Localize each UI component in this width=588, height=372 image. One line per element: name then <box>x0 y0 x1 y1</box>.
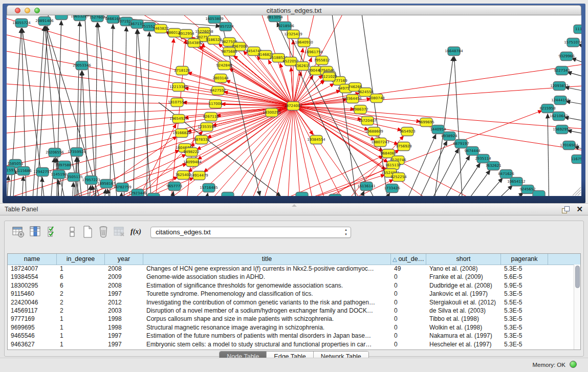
graph-node[interactable]: 1115686 <box>15 167 32 176</box>
cell[interactable]: 1997 <box>105 332 143 340</box>
graph-node[interactable]: 12093832 <box>550 82 569 91</box>
select-columns-icon[interactable] <box>47 225 60 238</box>
graph-node[interactable]: 9756928 <box>396 142 411 151</box>
cell[interactable]: Structural magnetic resonance image aver… <box>143 323 391 332</box>
graph-node[interactable]: 19384554 <box>307 136 325 144</box>
cell[interactable]: Estimation of significance thresholds fo… <box>143 281 391 290</box>
cell[interactable]: 1 <box>57 332 105 340</box>
column-header-pagerank[interactable]: pagerank <box>501 254 548 265</box>
graph-node[interactable]: 12325419 <box>284 30 302 39</box>
cell[interactable]: Yano et al. (2008) <box>426 265 501 273</box>
cell[interactable]: 6 <box>57 281 105 290</box>
cell[interactable]: 9699695 <box>8 323 57 332</box>
float-window-icon[interactable] <box>562 206 569 213</box>
cell[interactable]: 5.3E-5 <box>501 265 548 273</box>
memory-indicator-icon[interactable] <box>570 361 577 368</box>
cell[interactable]: 5.9E-5 <box>501 281 548 290</box>
cell[interactable]: 1 <box>57 265 105 273</box>
cell[interactable]: 18724007 <box>8 265 57 273</box>
column-header-short[interactable]: short <box>426 254 501 265</box>
cell[interactable]: 1 <box>57 323 105 332</box>
graph-node[interactable] <box>147 193 160 196</box>
cell[interactable]: 5.3E-5 <box>501 323 548 332</box>
table-row[interactable]: 946362711997Embryonic stem cells: a mode… <box>8 340 574 348</box>
graph-node[interactable]: 391591 <box>7 166 15 175</box>
column-header-title[interactable]: title <box>143 254 391 265</box>
cell[interactable]: 9777169 <box>8 315 57 323</box>
graph-node[interactable]: 5878334 <box>193 136 210 144</box>
graph-node[interactable]: 8427552 <box>210 86 226 95</box>
cell[interactable]: 18300295 <box>8 281 57 290</box>
graph-node[interactable]: 12923446 <box>128 189 147 196</box>
cell[interactable]: Jankovic et al. (1997) <box>426 290 501 298</box>
cell[interactable]: 2008 <box>105 265 143 273</box>
cell[interactable]: 5.3E-5 <box>501 307 548 315</box>
graph-node[interactable]: 12353594 <box>198 123 216 132</box>
delete-column-icon[interactable] <box>97 225 110 238</box>
cell[interactable]: 2 <box>57 298 105 307</box>
graph-node[interactable]: 2718126 <box>174 67 190 75</box>
cell[interactable]: 9115460 <box>8 290 57 298</box>
table-row[interactable]: 977716911998Corpus callosum shape and si… <box>8 315 574 323</box>
graph-node[interactable]: 14914479 <box>190 171 208 180</box>
cell[interactable]: 2 <box>57 290 105 298</box>
graph-node[interactable] <box>329 194 341 196</box>
graph-node[interactable]: 9242848 <box>216 61 232 70</box>
graph-node[interactable]: 9657771 <box>166 182 182 191</box>
graph-node[interactable]: 8813054 <box>267 15 283 22</box>
graph-node[interactable]: 6879197 <box>453 140 469 148</box>
graph-node[interactable]: 19654925 <box>169 115 188 123</box>
graph-node[interactable]: 2803144 <box>212 74 229 83</box>
cell[interactable]: Stergiakouli et al. (2012) <box>426 298 501 307</box>
cell[interactable]: 5.3E-5 <box>501 332 548 340</box>
table-row[interactable]: 1938455462009Genome-wide association stu… <box>8 273 574 281</box>
graph-node[interactable]: 9654923 <box>399 127 415 136</box>
cell[interactable]: Genome-wide association studies in ADHD. <box>143 273 391 281</box>
cell[interactable]: Nakamura et al. (1997) <box>426 332 501 340</box>
cell[interactable]: 19384554 <box>8 273 57 281</box>
cell[interactable]: 9465546 <box>8 332 57 340</box>
graph-node[interactable]: 19166829 <box>172 129 191 138</box>
cell[interactable]: Franke et al. (2009) <box>426 273 501 281</box>
graph-node[interactable] <box>296 192 308 196</box>
cell[interactable]: 9463627 <box>8 340 57 348</box>
cell[interactable]: 1 <box>57 315 105 323</box>
table-settings-icon[interactable] <box>12 225 25 238</box>
cell[interactable]: Dudbridge et al. (2008) <box>426 281 501 290</box>
cell[interactable]: Tourette syndrome. Phenomenology and cla… <box>143 290 391 298</box>
cell[interactable]: 0 <box>391 273 426 281</box>
delete-table-icon[interactable] <box>113 225 126 238</box>
table-row[interactable]: 1872400712008Changes of HCN gene express… <box>8 265 574 273</box>
cell[interactable]: 14569117 <box>8 307 57 315</box>
graph-node[interactable]: 7955812 <box>314 56 330 65</box>
column-header-out_de[interactable]: △ out_de… <box>391 254 426 265</box>
graph-node[interactable]: 20891406 <box>35 17 54 26</box>
graph-node[interactable]: 16961758 <box>304 48 323 57</box>
graph-node[interactable]: 16648784 <box>445 47 463 56</box>
graph-node[interactable]: 10688609 <box>365 127 383 136</box>
cell[interactable]: 2 <box>57 307 105 315</box>
new-column-icon[interactable] <box>81 225 95 238</box>
graph-node[interactable]: 10653287 <box>71 15 89 21</box>
table-row[interactable]: 911546021997Tourette syndrome. Phenomeno… <box>8 290 574 298</box>
cell[interactable]: Changes of HCN gene expression and I(f) … <box>143 265 391 273</box>
cell[interactable]: Disruption of a novel member of a sodium… <box>143 307 391 315</box>
cell[interactable]: 0 <box>391 323 426 332</box>
close-panel-icon[interactable]: ✕ <box>576 205 583 214</box>
table-selector-dropdown[interactable]: citations_edges.txt ▲▼ <box>150 227 351 238</box>
cell[interactable]: 2003 <box>105 307 143 315</box>
graph-node[interactable]: 12444159 <box>551 96 570 105</box>
graph-node[interactable]: 9699695 <box>418 118 434 127</box>
cell[interactable]: 1998 <box>105 323 143 332</box>
graph-node[interactable]: 1121022 <box>321 73 337 81</box>
cell[interactable]: 0 <box>391 307 426 315</box>
show-columns-icon[interactable] <box>29 225 42 238</box>
graph-node[interactable]: 117006 <box>209 100 223 108</box>
graph-node[interactable]: 1117 <box>574 25 581 34</box>
graph-node[interactable] <box>55 15 68 20</box>
cell[interactable]: Corpus callosum shape and size in male p… <box>143 315 391 323</box>
table-row[interactable]: 2242004622012Investigating the contribut… <box>8 298 574 307</box>
splitter-handle-icon[interactable] <box>292 204 297 207</box>
cell[interactable]: 5.3E-5 <box>501 315 548 323</box>
graph-node[interactable]: 7857224 <box>217 23 234 31</box>
